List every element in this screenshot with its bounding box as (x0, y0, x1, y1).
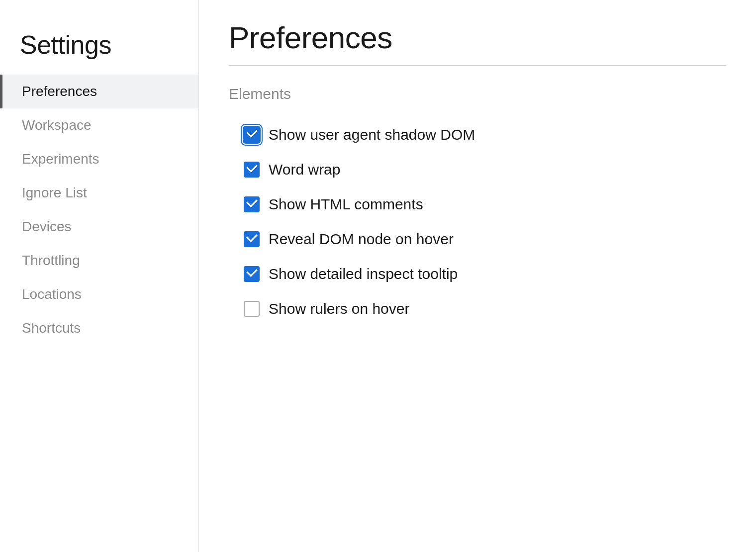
sidebar-item-throttling[interactable]: Throttling (0, 244, 198, 277)
checkbox-wrapper-word-wrap (244, 162, 260, 178)
checkbox-label-reveal-dom-node-on-hover: Reveal DOM node on hover (269, 231, 454, 248)
sidebar-title: Settings (0, 20, 198, 75)
checkbox-item-show-detailed-inspect-tooltip: Show detailed inspect tooltip (229, 257, 726, 291)
checkbox-reveal-dom-node-on-hover[interactable] (244, 231, 260, 247)
checkbox-show-html-comments[interactable] (244, 196, 260, 212)
divider (229, 65, 726, 66)
checkbox-wrapper-show-rulers-on-hover (244, 301, 260, 317)
checkbox-wrapper-show-user-agent-shadow-dom (244, 127, 260, 143)
sidebar-item-shortcuts[interactable]: Shortcuts (0, 311, 198, 345)
checkbox-word-wrap[interactable] (244, 162, 260, 178)
checkbox-show-user-agent-shadow-dom[interactable] (244, 127, 260, 143)
sections-container: ElementsShow user agent shadow DOMWord w… (229, 86, 726, 326)
checkbox-wrapper-show-html-comments (244, 196, 260, 212)
sidebar-item-experiments[interactable]: Experiments (0, 142, 198, 176)
sidebar-item-ignore-list[interactable]: Ignore List (0, 176, 198, 210)
checkbox-wrapper-reveal-dom-node-on-hover (244, 231, 260, 247)
checkbox-item-show-rulers-on-hover: Show rulers on hover (229, 291, 726, 326)
checkbox-item-show-html-comments: Show HTML comments (229, 187, 726, 222)
sidebar-item-workspace[interactable]: Workspace (0, 108, 198, 142)
checkbox-label-show-rulers-on-hover: Show rulers on hover (269, 300, 409, 317)
checkbox-item-show-user-agent-shadow-dom: Show user agent shadow DOM (229, 117, 726, 152)
checkbox-show-rulers-on-hover[interactable] (244, 301, 260, 317)
section-elements: ElementsShow user agent shadow DOMWord w… (229, 86, 726, 326)
checkbox-list-elements: Show user agent shadow DOMWord wrapShow … (229, 117, 726, 326)
checkbox-label-show-html-comments: Show HTML comments (269, 196, 423, 213)
checkbox-label-show-detailed-inspect-tooltip: Show detailed inspect tooltip (269, 266, 458, 282)
checkbox-label-word-wrap: Word wrap (269, 161, 341, 178)
sidebar: Settings PreferencesWorkspaceExperiments… (0, 0, 199, 552)
sidebar-item-locations[interactable]: Locations (0, 277, 198, 311)
section-title-elements: Elements (229, 86, 726, 102)
checkbox-label-show-user-agent-shadow-dom: Show user agent shadow DOM (269, 126, 475, 143)
checkbox-item-reveal-dom-node-on-hover: Reveal DOM node on hover (229, 222, 726, 257)
sidebar-item-devices[interactable]: Devices (0, 210, 198, 244)
checkbox-wrapper-show-detailed-inspect-tooltip (244, 266, 260, 282)
checkbox-item-word-wrap: Word wrap (229, 152, 726, 187)
sidebar-nav: PreferencesWorkspaceExperimentsIgnore Li… (0, 75, 198, 345)
checkbox-show-detailed-inspect-tooltip[interactable] (244, 266, 260, 282)
main-content: Preferences ElementsShow user agent shad… (199, 0, 756, 552)
page-title: Preferences (229, 20, 726, 55)
sidebar-item-preferences[interactable]: Preferences (0, 75, 198, 108)
